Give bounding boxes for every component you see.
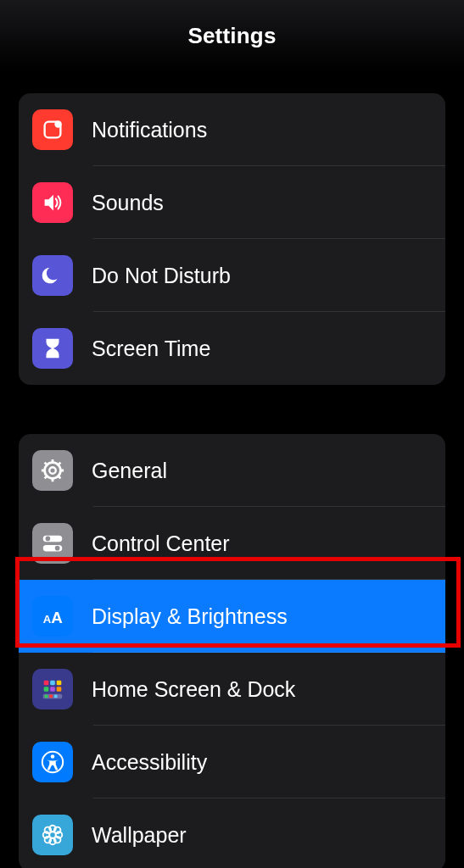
row-sounds[interactable]: Sounds [19,166,445,239]
svg-rect-27 [54,695,58,698]
row-accessibility[interactable]: Accessibility [19,726,445,798]
header: Settings [0,0,464,71]
row-control-center[interactable]: Control Center [19,507,445,580]
svg-rect-26 [49,695,53,698]
svg-point-1 [54,120,61,127]
row-notifications[interactable]: Notifications [19,93,445,166]
row-screen-time[interactable]: Screen Time [19,312,445,385]
dnd-icon [32,255,73,296]
settings-group-2: General Control Center A A [19,434,445,868]
row-label: General [92,459,167,483]
row-display-brightness[interactable]: A A Display & Brightness [19,580,445,653]
row-label: Do Not Disturb [92,264,231,288]
row-label: Screen Time [92,337,210,361]
wallpaper-icon [32,815,73,855]
row-label: Accessibility [92,750,207,775]
row-wallpaper[interactable]: Wallpaper [19,798,445,868]
svg-rect-21 [44,687,49,692]
svg-rect-25 [45,695,48,698]
accessibility-icon [32,742,73,782]
row-home-screen-dock[interactable]: Home Screen & Dock [19,653,445,726]
row-label: Wallpaper [92,823,187,848]
svg-rect-20 [57,681,62,686]
row-general[interactable]: General [19,434,445,507]
row-label: Notifications [92,118,207,142]
row-label: Home Screen & Dock [92,677,295,702]
row-do-not-disturb[interactable]: Do Not Disturb [19,239,445,312]
svg-rect-18 [44,681,49,686]
page-title: Settings [187,23,276,49]
svg-point-15 [55,546,60,551]
settings-group-1: Notifications Sounds Do Not Disturb [19,93,445,385]
general-icon [32,450,73,491]
settings-content: Notifications Sounds Do Not Disturb [0,71,464,868]
svg-point-13 [46,537,51,542]
notifications-icon [32,109,73,150]
home-screen-icon [32,669,73,709]
svg-rect-19 [50,681,55,686]
row-label: Control Center [92,531,230,556]
control-center-icon [32,523,73,564]
display-brightness-icon: A A [32,596,73,637]
svg-point-29 [51,754,55,759]
svg-rect-22 [50,687,55,692]
row-label: Display & Brightness [92,604,288,629]
svg-rect-23 [57,687,62,692]
sounds-icon [32,182,73,223]
svg-text:A: A [51,609,63,626]
row-label: Sounds [92,191,164,215]
screen-time-icon [32,328,73,369]
svg-point-3 [49,467,56,474]
